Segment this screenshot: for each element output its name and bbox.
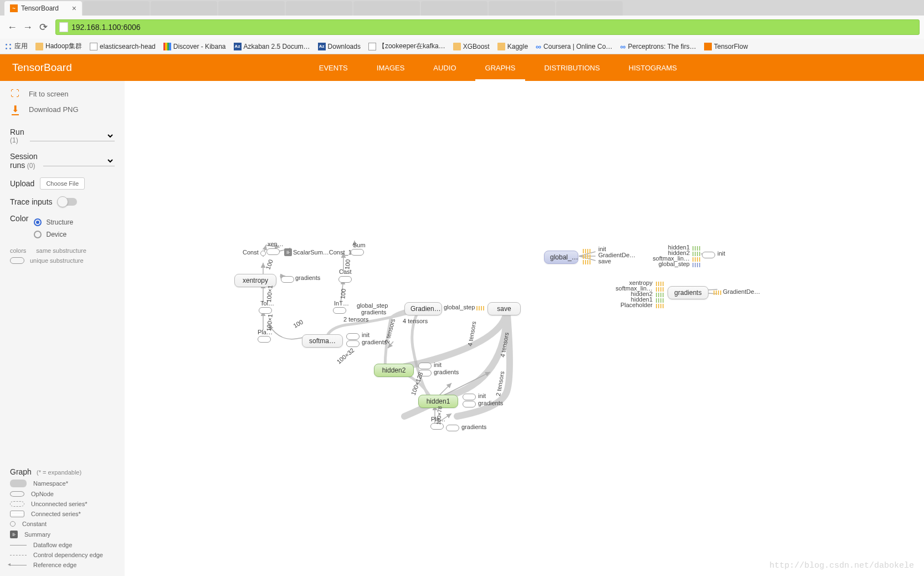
op-series-softma-init[interactable] [346, 333, 360, 340]
fit-icon [10, 89, 20, 99]
bookmark-downloads[interactable]: AzDownloads [318, 43, 361, 50]
reference-edge-icon [10, 565, 27, 565]
url-text: 192.168.1.100:6006 [71, 23, 141, 32]
op-tol[interactable] [259, 307, 272, 314]
op-pla[interactable] [258, 336, 271, 343]
op-init-r[interactable] [702, 252, 715, 258]
op-series-hidden1-init[interactable] [463, 394, 476, 400]
control-edge-icon [10, 555, 27, 555]
label-init-2: init [434, 361, 442, 368]
fit-to-screen-button[interactable]: Fit to screen [10, 89, 115, 99]
bookmarks-bar: 应用 Hadoop集群 elasticsearch-head Discover … [0, 39, 924, 54]
tensorboard-logo: TensorBoard [0, 62, 72, 74]
label-gradientde-r2: GradientDe… [723, 288, 760, 295]
label-init-r2: init [717, 250, 725, 257]
op-series-xentropy[interactable] [281, 276, 294, 283]
nav-images[interactable]: IMAGES [362, 54, 419, 81]
node-save[interactable]: save [487, 302, 521, 315]
tensorboard-nav: EVENTS IMAGES AUDIO GRAPHS DISTRIBUTIONS… [305, 54, 924, 81]
node-gradien[interactable]: Gradien… [404, 302, 442, 315]
color-device-radio[interactable]: Device [34, 231, 73, 238]
bookmark-elastic[interactable]: elasticsearch-head [90, 43, 156, 50]
op-sum[interactable] [351, 249, 364, 256]
op-series-pls-grad[interactable] [446, 425, 459, 431]
tensorboard-header: TensorBoard EVENTS IMAGES AUDIO GRAPHS D… [0, 54, 924, 81]
radio-icon [34, 231, 42, 238]
nav-graphs[interactable]: GRAPHS [471, 54, 530, 81]
run-select[interactable] [30, 130, 115, 141]
label-2tensors-1: 2 tensors [343, 316, 368, 323]
dotted-link-9 [656, 282, 664, 286]
apps-button[interactable]: 应用 [4, 42, 28, 51]
op-series-hidden1-grad[interactable] [463, 401, 476, 407]
tab-inactive-7[interactable] [489, 1, 555, 16]
bookmark-coursera[interactable]: ∞Coursera | Online Co… [536, 42, 612, 51]
tab-inactive-2[interactable] [151, 1, 217, 16]
azkaban-icon: Az [234, 43, 242, 50]
label-4tensors: 4 tensors [403, 318, 428, 324]
download-png-button[interactable]: Download PNG [10, 104, 115, 114]
bookmark-perceptrons[interactable]: ∞Perceptrons: The firs… [620, 42, 696, 51]
dataflow-edge-icon [10, 545, 27, 546]
node-gradients[interactable]: gradients [668, 286, 709, 299]
dotted-link-10 [656, 287, 664, 292]
tab-inactive-1[interactable] [83, 1, 150, 16]
opnode-icon [10, 491, 24, 497]
label-gradients-5: gradients [478, 400, 503, 406]
connected-icon [10, 511, 24, 517]
label-xen: xen… [268, 241, 284, 247]
label-init-3: init [478, 393, 486, 399]
tab-active[interactable]: ~ TensorBoard × [4, 1, 82, 16]
graph-legend: Graph (* = expandable) Namespace* OpNode… [10, 467, 115, 568]
summary-node: ⊪ [284, 248, 292, 256]
dim-100-c: 100 [339, 288, 347, 299]
tab-inactive-8[interactable] [556, 1, 623, 16]
doc-icon [90, 43, 97, 50]
bookmark-azkaban[interactable]: AzAzkaban 2.5 Docum… [234, 43, 310, 50]
tab-inactive-3[interactable] [218, 1, 285, 16]
folder-icon [453, 43, 461, 50]
bookmark-kibana[interactable]: Discover - Kibana [163, 43, 226, 50]
bookmark-tensorflow[interactable]: TensorFlow [704, 43, 748, 50]
op-xen[interactable] [266, 248, 280, 255]
bookmark-xgboost[interactable]: XGBoost [453, 43, 490, 50]
tab-inactive-4[interactable] [286, 1, 352, 16]
nav-distributions[interactable]: DISTRIBUTIONS [530, 54, 614, 81]
op-cast[interactable] [338, 276, 352, 283]
nav-audio[interactable]: AUDIO [419, 54, 470, 81]
back-button[interactable]: ← [4, 19, 20, 35]
dotted-link-12 [656, 298, 664, 303]
kibana-icon [163, 43, 171, 50]
choose-file-button[interactable]: Choose File [40, 177, 85, 190]
op-int[interactable] [333, 307, 346, 314]
download-icon [10, 104, 20, 114]
bookmark-zookeeper[interactable]: 【zookeeper在kafka… [368, 42, 445, 51]
session-select[interactable] [43, 155, 115, 166]
graph-canvas[interactable]: Const xen… ⊪ ScalarSum…Const_1 Sum xentr… [125, 81, 924, 576]
op-series-hidden2-init[interactable] [418, 363, 432, 369]
tab-inactive-6[interactable] [421, 1, 487, 16]
label-global-step: global_step [357, 302, 388, 309]
nav-events[interactable]: EVENTS [305, 54, 362, 81]
nav-histograms[interactable]: HISTOGRAMS [614, 54, 691, 81]
tensorflow-icon [704, 43, 712, 50]
label-globalstep-r: global_step [654, 261, 690, 267]
namespace-icon [10, 480, 27, 487]
bookmark-kaggle[interactable]: Kaggle [497, 43, 528, 50]
reload-button[interactable]: ⟳ [35, 19, 51, 35]
color-structure-radio[interactable]: Structure [34, 218, 73, 226]
label-gradients-4: gradients [434, 369, 459, 375]
page-icon [59, 22, 68, 32]
url-input[interactable]: 192.168.1.100:6006 [55, 19, 920, 35]
node-hidden2[interactable]: hidden2 [374, 364, 414, 377]
trace-toggle[interactable] [58, 198, 77, 206]
tab-inactive-5[interactable] [353, 1, 420, 16]
bookmark-hadoop[interactable]: Hadoop集群 [35, 42, 82, 51]
node-global[interactable]: global_… [544, 251, 578, 264]
op-series-softma-grad[interactable] [346, 340, 360, 347]
forward-button[interactable]: → [20, 19, 35, 35]
const-node[interactable] [260, 251, 266, 256]
tab-close-icon[interactable]: × [72, 4, 76, 13]
label-gradients-2: gradients [361, 309, 386, 315]
node-softma[interactable]: softma… [302, 334, 343, 348]
